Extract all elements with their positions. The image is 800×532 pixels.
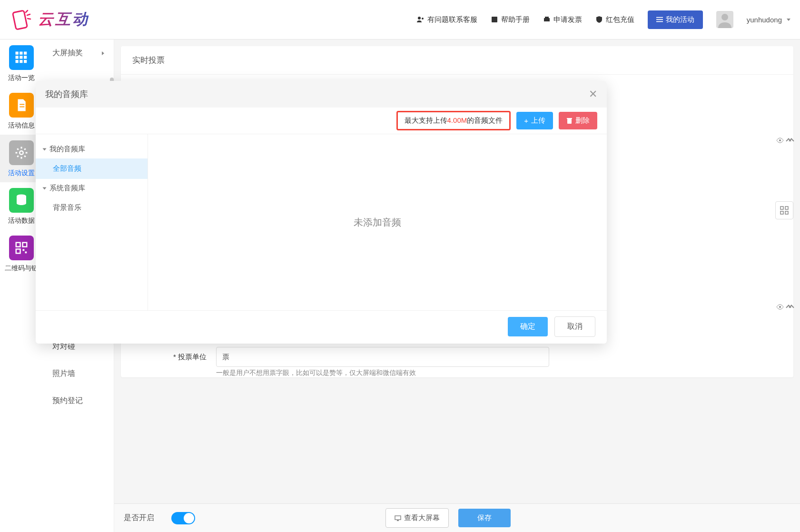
plus-icon: + [524,117,528,125]
svg-rect-37 [567,118,572,119]
tree-system-library[interactable]: 系统音频库 [36,179,148,197]
modal-title: 我的音频库 [45,89,88,100]
tree-bg-music[interactable]: 背景音乐 [36,197,148,218]
audio-library-modal: 我的音频库 ✕ 最大支持上传4.00M的音频文件 + 上传 删除 我的音频库 [36,81,607,344]
delete-button[interactable]: 删除 [559,112,597,129]
modal-header: 我的音频库 ✕ [36,81,607,108]
confirm-button[interactable]: 确定 [508,317,548,336]
chevron-down-icon [43,148,47,150]
chevron-down-icon [43,187,47,189]
tree-all-audio[interactable]: 全部音频 [36,158,148,179]
svg-rect-36 [567,119,572,124]
upload-button[interactable]: + 上传 [516,112,553,129]
upload-limit-hint: 最大支持上传4.00M的音频文件 [396,111,511,130]
modal-sidebar: 我的音频库 全部音频 系统音频库 背景音乐 [36,134,148,310]
trash-icon [566,118,573,124]
modal-toolbar: 最大支持上传4.00M的音频文件 + 上传 删除 [36,108,607,134]
modal-overlay: 我的音频库 ✕ 最大支持上传4.00M的音频文件 + 上传 删除 我的音频库 [0,0,800,532]
modal-body: 我的音频库 全部音频 系统音频库 背景音乐 未添加音频 [36,134,607,310]
modal-footer: 确定 取消 [36,310,607,343]
modal-empty-state: 未添加音频 [148,134,607,310]
modal-close-button[interactable]: ✕ [589,88,597,100]
tree-my-library[interactable]: 我的音频库 [36,140,148,158]
cancel-button[interactable]: 取消 [554,316,595,337]
